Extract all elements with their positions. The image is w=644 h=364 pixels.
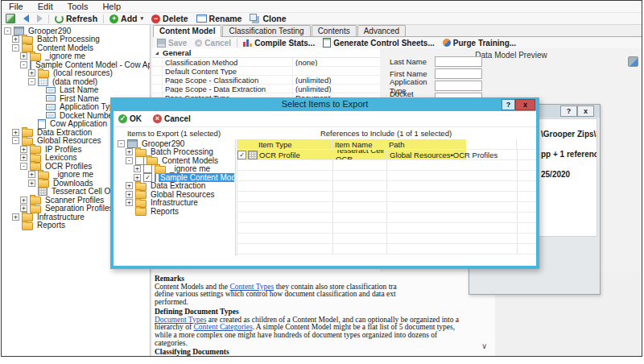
tree-item-content-models[interactable]: -Content Models: [115, 156, 234, 165]
property-row-page-scope-data-extraction: Page Scope - Data Extraction(unlimited): [152, 85, 380, 93]
tree-item-sample-content-model-cow-app[interactable]: +Sample Content Model - Cow App: [115, 173, 234, 182]
cancel-icon: ×: [153, 114, 162, 123]
link-content-categories[interactable]: Content Categories: [194, 323, 253, 331]
generate-control-sheets-button[interactable]: Generate Control Sheets...: [319, 38, 439, 48]
compile-stats-button[interactable]: Compile Stats...: [239, 39, 319, 48]
field-input-first-name[interactable]: [435, 68, 482, 79]
menu-edit[interactable]: Edit: [31, 2, 60, 11]
tree-item-reports[interactable]: Reports: [115, 207, 234, 216]
expand-icon[interactable]: +: [20, 205, 27, 212]
column-header-item-name[interactable]: Item Name: [332, 139, 386, 149]
tab-contents[interactable]: Contents: [312, 25, 357, 36]
menu-tools[interactable]: Tools: [60, 2, 96, 11]
tree-item-last-name[interactable]: Last Name: [2, 86, 150, 95]
tab-classification-testing[interactable]: Classification Testing: [222, 25, 310, 36]
field-input-application-type[interactable]: [435, 81, 482, 91]
tree-indent: [28, 188, 35, 195]
checkbox[interactable]: [143, 173, 152, 182]
cell-item-name: Tesseract Cell OCR: [333, 150, 387, 159]
collapse-icon[interactable]: -: [12, 137, 19, 144]
collapse-icon[interactable]: -: [4, 27, 11, 35]
purge-training-button[interactable]: Purge Training...: [439, 39, 520, 48]
tree-item-sample-content-model-cow-app[interactable]: -Sample Content Model - Cow App: [2, 60, 150, 69]
close-icon[interactable]: x: [577, 105, 594, 117]
expand-icon[interactable]: +: [28, 171, 35, 178]
checkbox[interactable]: [143, 164, 152, 173]
property-category[interactable]: General: [152, 48, 380, 58]
rename-button[interactable]: Rename: [192, 13, 246, 24]
refresh-button[interactable]: Refresh: [51, 13, 101, 24]
tree-item-label: Infrastructure: [35, 213, 86, 221]
field-input-last-name[interactable]: [435, 56, 482, 67]
back-button[interactable]: [19, 13, 33, 24]
help-button[interactable]: ?: [502, 99, 515, 110]
column-header-item-type[interactable]: Item Type: [237, 139, 332, 149]
tree-item-data-model[interactable]: -(data model): [2, 77, 150, 86]
expand-icon[interactable]: +: [20, 52, 27, 60]
expand-icon[interactable]: +: [20, 196, 27, 204]
application-window: FileEditToolsHelp Refresh+Add▾−DeleteRen…: [1, 0, 642, 357]
tree-item-ignore-me[interactable]: +_ignore me: [115, 165, 234, 174]
panel-pin-button[interactable]: [628, 54, 638, 68]
cancel-button[interactable]: ×Cancel: [191, 39, 235, 48]
tree-item-local-resources[interactable]: +(local resources): [2, 69, 150, 78]
tree-item-grooper290[interactable]: -Grooper290: [115, 139, 234, 148]
expand-icon[interactable]: +: [134, 165, 141, 172]
expand-icon[interactable]: +: [134, 174, 141, 181]
collapse-icon[interactable]: -: [20, 61, 27, 68]
tree-item-data-extraction[interactable]: +Data Extraction: [115, 182, 234, 191]
link-document-types[interactable]: Document Types: [155, 316, 206, 324]
tree-item-label: Sample Content Model - Cow App: [159, 173, 234, 182]
scroll-down-icon[interactable]: ∨: [481, 342, 487, 350]
cancel-button[interactable]: × Cancel: [148, 114, 196, 123]
expand-icon[interactable]: +: [20, 146, 27, 153]
panel-button[interactable]: [2, 13, 19, 24]
expand-icon[interactable]: +: [28, 180, 35, 187]
ok-button[interactable]: ✓ OK: [114, 114, 147, 123]
collapse-icon[interactable]: -: [20, 163, 27, 170]
collapse-icon[interactable]: -: [126, 157, 133, 164]
table-row[interactable]: OCR ProfileTesseract Cell OCRGlobal Reso…: [237, 150, 536, 160]
add-button[interactable]: +Add▾: [105, 13, 147, 24]
tab-content-model[interactable]: Content Model: [153, 25, 221, 37]
expand-icon[interactable]: +: [28, 69, 35, 77]
property-value[interactable]: (unlimited): [293, 76, 380, 84]
close-icon[interactable]: x: [515, 99, 535, 110]
property-value[interactable]: (none): [293, 58, 380, 66]
clone-button[interactable]: Clone: [246, 13, 290, 24]
tab-advanced[interactable]: Advanced: [357, 25, 406, 36]
tree-item-infrastructure[interactable]: +Infrastructure: [115, 199, 234, 208]
checkbox[interactable]: [135, 156, 144, 165]
column-header-path[interactable]: Path: [386, 139, 517, 149]
menu-help[interactable]: Help: [95, 2, 128, 11]
cell-blank: [333, 223, 387, 233]
tree-item-ignore-me[interactable]: +_ignore me: [2, 52, 150, 61]
tree-item-content-models[interactable]: -Content Models: [2, 43, 150, 52]
link-content-types[interactable]: Content Types: [229, 283, 274, 291]
expand-icon[interactable]: +: [20, 154, 27, 161]
collapse-icon[interactable]: -: [28, 78, 35, 85]
save-button[interactable]: Save: [153, 39, 191, 48]
property-category-label: General: [163, 48, 191, 57]
help-button[interactable]: ?: [560, 105, 577, 117]
tree-item-label: Batch Processing: [35, 35, 101, 43]
expand-icon[interactable]: +: [126, 148, 133, 155]
tree-indent: [12, 221, 19, 229]
cell-blank: [387, 234, 518, 243]
expand-icon[interactable]: +: [126, 182, 133, 189]
expand-icon[interactable]: +: [12, 129, 19, 136]
forward-button[interactable]: [33, 13, 47, 24]
expand-icon[interactable]: +: [12, 213, 19, 221]
delete-button[interactable]: −Delete: [147, 13, 192, 24]
expand-icon[interactable]: +: [12, 35, 19, 43]
menu-file[interactable]: File: [2, 2, 31, 11]
checkbox[interactable]: [237, 151, 246, 159]
tree-item-batch-processing[interactable]: +Batch Processing: [115, 148, 234, 157]
collapse-icon[interactable]: -: [12, 44, 19, 52]
tree-item-global-resources[interactable]: +Global Resources: [115, 190, 234, 199]
property-value[interactable]: [293, 67, 380, 75]
property-value[interactable]: (unlimited): [293, 85, 380, 93]
expand-icon[interactable]: +: [126, 199, 133, 206]
collapse-icon[interactable]: -: [118, 140, 125, 147]
expand-icon[interactable]: +: [126, 191, 133, 198]
